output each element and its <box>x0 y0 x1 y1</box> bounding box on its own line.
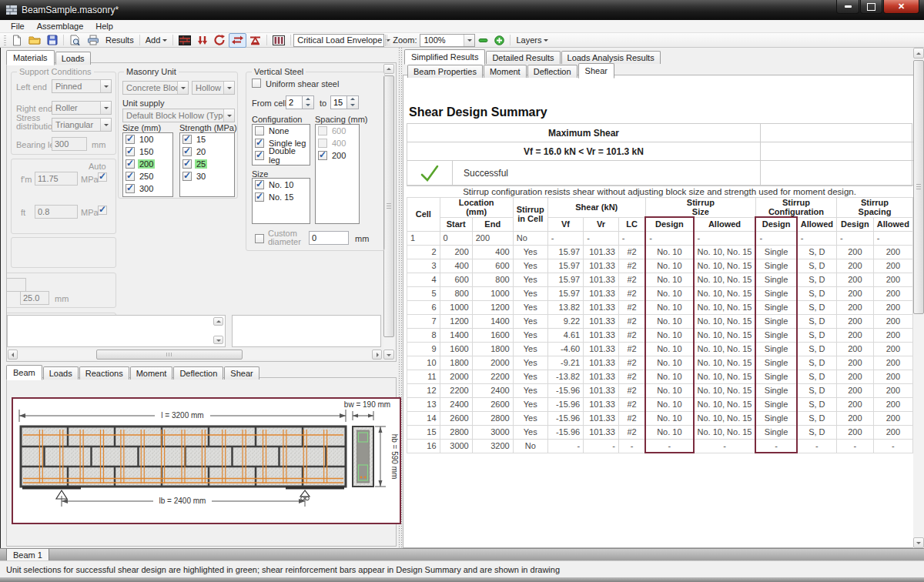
list-area-left[interactable] <box>7 315 226 347</box>
checkbox[interactable] <box>126 147 135 156</box>
checkbox[interactable] <box>318 126 327 135</box>
materials-tab-loads[interactable]: Loads <box>55 52 91 65</box>
results-vertical-scrollbar[interactable] <box>913 48 924 548</box>
listbox-item-none[interactable]: None <box>253 125 310 137</box>
custom-diameter-checkbox[interactable] <box>255 234 264 243</box>
checkbox[interactable] <box>255 180 264 189</box>
materials-tab-materials[interactable]: Materials <box>6 50 55 65</box>
left-end-select[interactable]: Pinned <box>52 79 112 93</box>
load-case-select[interactable]: Critical Load Envelope <box>293 34 384 47</box>
listbox-item-25[interactable]: 25 <box>180 158 234 170</box>
new-file-button[interactable] <box>8 33 25 48</box>
checkbox[interactable] <box>182 147 192 156</box>
menu-file[interactable]: File <box>5 21 31 32</box>
from-cell-stepper[interactable] <box>286 95 314 109</box>
misc-input-2[interactable] <box>20 291 49 305</box>
beam-tab-beam[interactable]: Beam <box>6 365 42 380</box>
checkbox[interactable] <box>318 139 327 148</box>
strength-listbox[interactable]: 15202530 <box>179 132 235 197</box>
checkbox[interactable] <box>255 126 264 135</box>
right-end-select[interactable]: Roller <box>52 101 112 115</box>
results-subtab-beam-properties[interactable]: Beam Properties <box>407 65 483 78</box>
listbox-item-300[interactable]: 300 <box>123 182 172 195</box>
checkbox[interactable] <box>255 139 264 148</box>
listbox-item-no-10[interactable]: No. 10 <box>253 179 310 191</box>
ft-auto-checkbox[interactable] <box>98 206 107 215</box>
listbox-item-250[interactable]: 250 <box>123 170 172 182</box>
moment-button[interactable] <box>211 33 229 48</box>
deflection-button[interactable] <box>246 33 264 48</box>
close-button[interactable]: ✕ <box>883 0 919 14</box>
horizontal-scrollbar[interactable] <box>8 350 382 360</box>
document-tab-beam-1[interactable]: Beam 1 <box>6 549 49 561</box>
section-button[interactable] <box>270 33 288 48</box>
beam-tab-shear[interactable]: Shear <box>224 366 259 380</box>
scroll-up-button[interactable] <box>913 48 924 59</box>
configuration-listbox[interactable]: NoneSingle legDouble leg <box>252 124 310 166</box>
zoom-out-button[interactable] <box>475 33 491 48</box>
scroll-up-button[interactable] <box>213 317 223 326</box>
listbox-item-double-leg[interactable]: Double leg <box>253 149 310 162</box>
custom-diameter-input[interactable] <box>309 231 349 245</box>
masonry-grid-button[interactable] <box>176 33 194 48</box>
beam-tab-deflection[interactable]: Deflection <box>173 366 223 380</box>
scroll-right-button[interactable] <box>372 350 382 360</box>
unit-hollow-select[interactable]: Hollow <box>192 81 235 95</box>
checkbox[interactable] <box>126 159 135 169</box>
listbox-item-100[interactable]: 100 <box>123 133 172 146</box>
scroll-down-button[interactable] <box>213 336 223 344</box>
checkbox[interactable] <box>255 151 264 160</box>
beam-tab-loads[interactable]: Loads <box>43 366 79 380</box>
unit-type-select[interactable]: Concrete Block <box>122 81 189 95</box>
checkbox[interactable] <box>255 192 264 202</box>
save-button[interactable] <box>44 33 61 48</box>
listbox-item-400[interactable]: 400 <box>316 137 359 149</box>
zoom-select[interactable]: 100% <box>420 34 475 47</box>
beam-tab-moment[interactable]: Moment <box>130 366 173 380</box>
checkbox[interactable] <box>126 184 135 193</box>
spinner-buttons[interactable] <box>303 95 314 109</box>
listbox-item-200[interactable]: 200 <box>123 158 172 170</box>
fm-auto-checkbox[interactable] <box>98 172 107 182</box>
results-subtab-shear[interactable]: Shear <box>578 63 614 79</box>
menu-help[interactable]: Help <box>89 21 119 32</box>
listbox-item-no-15[interactable]: No. 15 <box>253 191 310 203</box>
unit-supply-select[interactable]: Default Block Hollow (Type A) <box>122 109 235 122</box>
stress-distribution-select[interactable]: Triangular <box>52 118 112 132</box>
list-area-right[interactable] <box>232 315 381 347</box>
misc-input-1[interactable] <box>6 278 26 292</box>
loads-button[interactable] <box>194 33 211 48</box>
zoom-in-button[interactable] <box>491 33 507 48</box>
open-file-button[interactable] <box>25 33 44 48</box>
results-subtab-moment[interactable]: Moment <box>484 65 527 78</box>
from-cell-input[interactable] <box>286 95 303 109</box>
fm-input[interactable] <box>35 172 78 186</box>
to-cell-stepper[interactable] <box>330 95 359 109</box>
size-listbox[interactable]: 100150200250300 <box>122 132 173 197</box>
uniform-shear-steel-checkbox[interactable] <box>252 79 261 88</box>
beam-tab-reactions[interactable]: Reactions <box>79 366 129 380</box>
spinner-buttons[interactable] <box>347 95 359 109</box>
add-button[interactable]: Add <box>142 33 171 48</box>
to-cell-input[interactable] <box>330 95 347 109</box>
checkbox[interactable] <box>182 159 192 169</box>
checkbox[interactable] <box>182 172 192 181</box>
listbox-item-600[interactable]: 600 <box>316 125 359 137</box>
results-subtab-deflection[interactable]: Deflection <box>527 65 578 78</box>
print-button[interactable] <box>84 33 102 48</box>
bar-size-listbox[interactable]: No. 10No. 15 <box>252 178 310 224</box>
listbox-item-30[interactable]: 30 <box>180 170 234 182</box>
listbox-item-15[interactable]: 15 <box>180 133 234 146</box>
scroll-down-button[interactable] <box>383 350 394 360</box>
listbox-item-150[interactable]: 150 <box>123 146 172 158</box>
checkbox[interactable] <box>318 151 327 160</box>
ft-input[interactable] <box>35 205 78 219</box>
scroll-down-button[interactable] <box>913 537 924 548</box>
checkbox[interactable] <box>182 135 192 144</box>
menu-assemblage[interactable]: Assemblage <box>31 21 90 32</box>
layers-button[interactable]: Layers <box>513 33 551 48</box>
scroll-up-button[interactable] <box>383 64 394 74</box>
listbox-item-20[interactable]: 20 <box>180 146 234 158</box>
minimize-button[interactable] <box>836 0 859 14</box>
spacing-listbox[interactable]: 600400200 <box>315 124 360 224</box>
